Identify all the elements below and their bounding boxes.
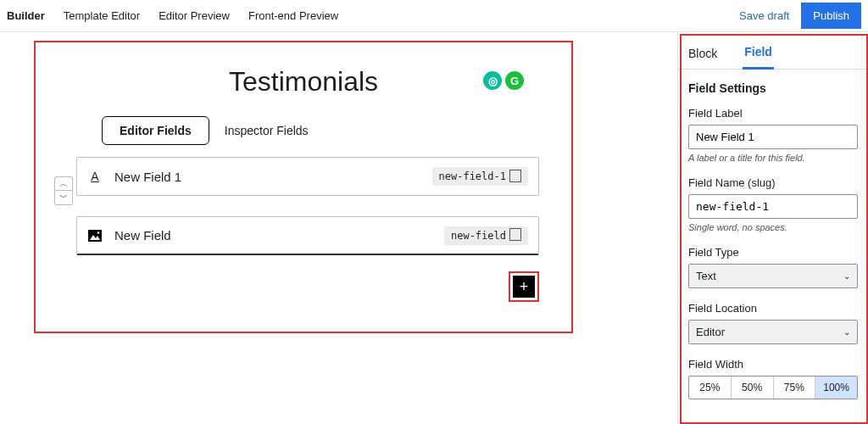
assistant-bulb-icon[interactable]: ◎	[483, 71, 502, 90]
nav-frontend-preview[interactable]: Front-end Preview	[248, 9, 338, 22]
field-width-label: Field Width	[688, 358, 858, 371]
field-name-input[interactable]	[688, 194, 858, 219]
field-name-help: Single word, no spaces.	[688, 222, 858, 232]
settings-sidebar: Block Field Field Settings Field Label A…	[677, 32, 868, 424]
tab-inspector-fields[interactable]: Inspector Fields	[225, 124, 309, 137]
nav-editor-preview[interactable]: Editor Preview	[159, 9, 230, 22]
sidebar-tab-field[interactable]: Field	[743, 36, 774, 70]
top-nav: Builder Template Editor Editor Preview F…	[0, 0, 868, 32]
nav-template-editor[interactable]: Template Editor	[64, 9, 140, 22]
block-title[interactable]: Testimonials	[229, 66, 378, 98]
field-card[interactable]: A New Field 1 new-field-1	[76, 157, 539, 196]
chevron-down-icon: ⌄	[843, 271, 850, 281]
field-width-segmented: 25% 50% 75% 100%	[688, 376, 858, 399]
select-value: Text	[696, 270, 716, 282]
field-type-select[interactable]: Text ⌄	[688, 264, 858, 288]
tab-editor-fields[interactable]: Editor Fields	[102, 116, 209, 145]
canvas-wrap: Testimonials ◎ G Editor Fields Inspector…	[0, 32, 677, 424]
select-value: Editor	[696, 326, 725, 338]
grammarly-icon[interactable]: G	[505, 71, 524, 90]
title-extension-icons: ◎ G	[483, 71, 524, 90]
text-field-icon: A	[87, 170, 103, 183]
field-label-label: Field Label	[688, 107, 858, 120]
field-card-slug[interactable]: new-field-1	[432, 167, 528, 186]
add-field-button[interactable]: +	[513, 276, 535, 298]
field-reorder-control[interactable]: ︿ ﹀	[54, 176, 73, 205]
width-100[interactable]: 100%	[815, 377, 857, 399]
field-card-label: New Field 1	[114, 170, 181, 184]
slug-text: new-field-1	[439, 170, 506, 182]
field-card[interactable]: New Field new-field	[76, 216, 539, 255]
image-field-icon	[87, 230, 103, 242]
field-location-select[interactable]: Editor ⌄	[688, 320, 858, 344]
copy-icon[interactable]	[511, 230, 521, 241]
field-location-label: Field Location	[688, 302, 858, 315]
save-draft-link[interactable]: Save draft	[739, 9, 789, 22]
move-up-button[interactable]: ︿	[55, 177, 72, 191]
svg-point-2	[97, 232, 100, 234]
nav-builder[interactable]: Builder	[7, 9, 45, 22]
panel-title: Field Settings	[688, 81, 858, 95]
annotation-box-add: +	[509, 271, 539, 302]
field-card-slug[interactable]: new-field	[444, 226, 528, 245]
chevron-down-icon: ⌄	[843, 327, 850, 337]
block-canvas: Testimonials ◎ G Editor Fields Inspector…	[34, 41, 573, 306]
top-nav-right: Save draft Publish	[739, 3, 861, 29]
field-type-label: Field Type	[688, 246, 858, 259]
sidebar-tab-block[interactable]: Block	[687, 38, 719, 69]
width-25[interactable]: 25%	[689, 377, 732, 399]
field-name-label: Field Name (slug)	[688, 176, 858, 189]
move-down-button[interactable]: ﹀	[55, 191, 72, 204]
top-nav-left: Builder Template Editor Editor Preview F…	[7, 9, 338, 22]
slug-text: new-field	[451, 230, 506, 242]
field-label-input[interactable]	[688, 125, 858, 149]
field-card-label: New Field	[114, 228, 171, 243]
field-label-help: A label or a title for this field.	[688, 153, 858, 163]
width-75[interactable]: 75%	[774, 377, 816, 399]
publish-button[interactable]: Publish	[801, 3, 861, 29]
width-50[interactable]: 50%	[732, 377, 774, 399]
copy-icon[interactable]	[511, 171, 521, 182]
